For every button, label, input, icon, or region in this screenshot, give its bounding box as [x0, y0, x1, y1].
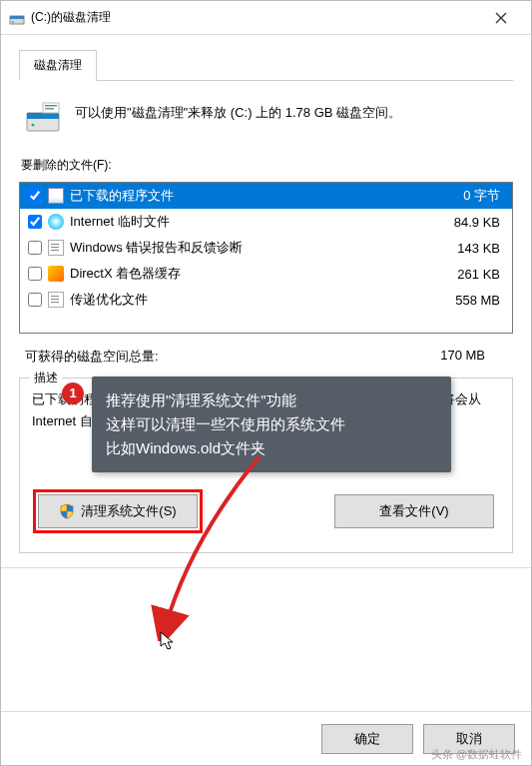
annotation-number: 1 — [62, 383, 84, 404]
total-row: 可获得的磁盘空间总量: 170 MB — [19, 334, 513, 372]
svg-rect-1 — [10, 16, 24, 19]
file-type-icon — [48, 292, 64, 308]
disk-icon — [25, 99, 61, 135]
files-label: 要删除的文件(F): — [19, 153, 513, 178]
file-row[interactable]: Windows 错误报告和反馈诊断143 KB — [20, 235, 512, 261]
file-checkbox[interactable] — [28, 189, 42, 203]
cancel-label: 取消 — [456, 730, 482, 748]
clean-system-files-label: 清理系统文件(S) — [81, 502, 176, 520]
close-button[interactable] — [481, 4, 521, 32]
window-title: (C:)的磁盘清理 — [31, 9, 481, 26]
ok-button[interactable]: 确定 — [321, 724, 413, 754]
shield-icon — [59, 503, 75, 519]
file-size: 261 KB — [428, 267, 508, 282]
file-name: Windows 错误报告和反馈诊断 — [70, 239, 428, 257]
file-type-icon — [48, 214, 64, 230]
annotation-line1: 推荐使用"清理系统文件"功能 — [106, 388, 437, 412]
file-row[interactable]: 传递优化文件558 MB — [20, 287, 512, 313]
annotation-tooltip: 1 推荐使用"清理系统文件"功能 这样可以清理一些不使用的系统文件 比如Wind… — [92, 377, 451, 472]
file-checkbox[interactable] — [28, 267, 42, 281]
tab-bar: 磁盘清理 — [19, 49, 513, 81]
file-checkbox[interactable] — [28, 215, 42, 229]
file-type-icon — [48, 266, 64, 282]
attribution-text: 头条 @数据蛙软件 — [431, 747, 522, 762]
file-type-icon — [48, 188, 64, 204]
view-files-button[interactable]: 查看文件(V) — [334, 494, 494, 528]
file-checkbox[interactable] — [28, 293, 42, 307]
ok-label: 确定 — [354, 730, 380, 748]
description-title: 描述 — [30, 370, 62, 386]
header-text: 可以使用"磁盘清理"来释放 (C:) 上的 1.78 GB 磁盘空间。 — [75, 99, 401, 123]
file-name: 已下载的程序文件 — [70, 187, 428, 205]
file-size: 84.9 KB — [428, 215, 508, 230]
total-value: 170 MB — [440, 348, 507, 366]
file-name: DirectX 着色器缓存 — [70, 265, 428, 283]
file-row[interactable]: DirectX 着色器缓存261 KB — [20, 261, 512, 287]
file-list[interactable]: 已下载的程序文件0 字节Internet 临时文件84.9 KBWindows … — [19, 182, 513, 334]
file-size: 143 KB — [428, 241, 508, 256]
file-checkbox[interactable] — [28, 241, 42, 255]
svg-point-2 — [12, 21, 14, 23]
svg-rect-4 — [27, 113, 59, 119]
tab-disk-cleanup[interactable]: 磁盘清理 — [19, 50, 97, 81]
clean-system-files-button[interactable]: 清理系统文件(S) — [38, 494, 198, 528]
file-name: Internet 临时文件 — [70, 213, 428, 231]
file-size: 558 MB — [428, 293, 508, 308]
annotation-line3: 比如Windows.old文件夹 — [106, 436, 437, 460]
annotation-line2: 这样可以清理一些不使用的系统文件 — [106, 412, 437, 436]
file-size: 0 字节 — [428, 187, 508, 205]
titlebar: (C:)的磁盘清理 — [1, 1, 531, 35]
file-name: 传递优化文件 — [70, 291, 428, 309]
file-row[interactable]: Internet 临时文件84.9 KB — [20, 209, 512, 235]
disk-cleanup-title-icon — [9, 10, 25, 26]
view-files-label: 查看文件(V) — [379, 502, 448, 520]
header-row: 可以使用"磁盘清理"来释放 (C:) 上的 1.78 GB 磁盘空间。 — [19, 87, 513, 153]
total-label: 可获得的磁盘空间总量: — [25, 348, 159, 366]
file-row[interactable]: 已下载的程序文件0 字节 — [20, 183, 512, 209]
svg-rect-8 — [45, 108, 54, 110]
svg-point-5 — [32, 124, 35, 127]
svg-rect-7 — [45, 105, 57, 107]
file-type-icon — [48, 240, 64, 256]
dialog-body: 磁盘清理 可以使用"磁盘清理"来释放 (C:) 上的 1.78 GB 磁盘空间。… — [1, 35, 531, 711]
group-button-row: 清理系统文件(S) 查看文件(V) — [32, 470, 500, 536]
separator — [1, 567, 531, 568]
